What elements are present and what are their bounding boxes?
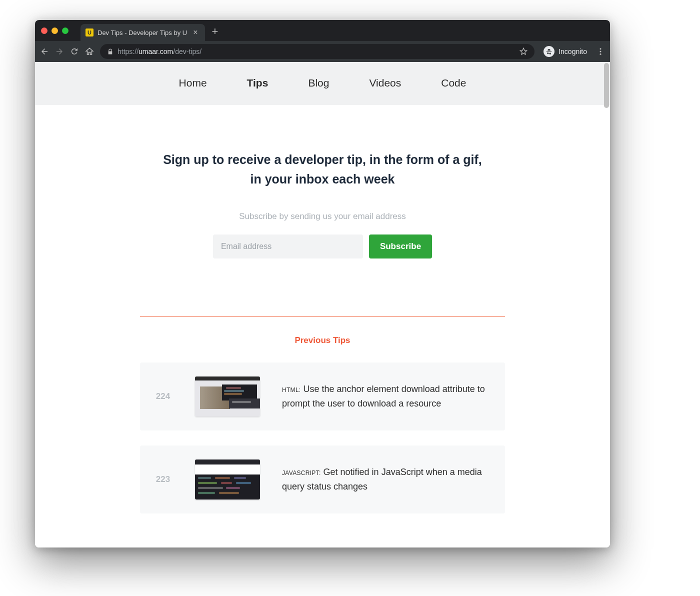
tip-tag: HTML: — [282, 386, 301, 394]
tab-close-icon[interactable]: × — [191, 28, 200, 37]
hero-section: Sign up to receive a developer tip, in t… — [35, 105, 610, 284]
tab-bar: U Dev Tips - Developer Tips by U × + — [35, 20, 610, 41]
site-nav: Home Tips Blog Videos Code — [35, 62, 610, 105]
divider — [140, 316, 505, 316]
subscribe-button[interactable]: Subscribe — [369, 234, 432, 258]
tip-text: JavaScript: Get notified in JavaScript w… — [282, 465, 492, 494]
home-icon[interactable] — [85, 47, 94, 56]
hero-title: Sign up to receive a developer tip, in t… — [162, 150, 482, 189]
traffic-lights — [41, 28, 68, 34]
tip-thumbnail — [195, 460, 260, 500]
incognito-icon — [544, 46, 554, 57]
nav-item-videos[interactable]: Videos — [369, 77, 401, 89]
window-maximize-button[interactable] — [62, 28, 68, 34]
back-icon[interactable] — [40, 47, 49, 56]
tip-tag: JavaScript: — [282, 470, 321, 476]
svg-point-0 — [600, 48, 602, 50]
tip-thumbnail — [195, 376, 260, 416]
reload-icon[interactable] — [70, 47, 79, 56]
page-viewport: Home Tips Blog Videos Code Sign up to re… — [35, 62, 610, 548]
subscribe-blurb: Subscribe by sending us your email addre… — [35, 212, 610, 222]
tip-number: 223 — [153, 474, 173, 484]
nav-item-blog[interactable]: Blog — [308, 77, 329, 89]
lock-icon — [107, 48, 114, 55]
subscribe-form: Subscribe — [35, 234, 610, 258]
bookmark-star-icon[interactable] — [520, 48, 528, 56]
incognito-indicator[interactable]: Incognito — [540, 46, 590, 57]
browser-tab[interactable]: U Dev Tips - Developer Tips by U × — [80, 24, 205, 41]
favicon: U — [86, 28, 94, 36]
scrollbar-thumb[interactable] — [604, 63, 609, 108]
nav-item-code[interactable]: Code — [441, 77, 466, 89]
nav-item-tips[interactable]: Tips — [247, 77, 268, 89]
tips-list: 224 HTML: Use the anchor element downloa… — [140, 362, 505, 514]
url-text: https://umaar.com/dev-tips/ — [118, 48, 202, 56]
tip-number: 224 — [153, 392, 173, 402]
window-close-button[interactable] — [41, 28, 48, 34]
nav-item-home[interactable]: Home — [179, 77, 207, 89]
svg-point-1 — [600, 51, 602, 52]
tip-title: Use the anchor element download attribut… — [282, 384, 485, 408]
incognito-label: Incognito — [558, 48, 587, 56]
new-tab-button[interactable]: + — [205, 25, 226, 38]
svg-point-2 — [600, 54, 602, 55]
window-minimize-button[interactable] — [52, 28, 58, 34]
tip-card[interactable]: 224 HTML: Use the anchor element downloa… — [140, 362, 505, 430]
tab-title: Dev Tips - Developer Tips by U — [98, 29, 187, 36]
email-input[interactable] — [213, 234, 363, 258]
browser-window: U Dev Tips - Developer Tips by U × + htt… — [35, 20, 610, 548]
url-field[interactable]: https://umaar.com/dev-tips/ — [100, 44, 534, 59]
address-bar: https://umaar.com/dev-tips/ Incognito — [35, 41, 610, 62]
previous-tips-heading: Previous Tips — [35, 336, 610, 346]
browser-menu-icon[interactable] — [596, 47, 605, 56]
tip-text: HTML: Use the anchor element download at… — [282, 382, 492, 411]
tip-card[interactable]: 223 JavaScript: Get notified in JavaScri… — [140, 446, 505, 514]
forward-icon[interactable] — [55, 47, 64, 56]
